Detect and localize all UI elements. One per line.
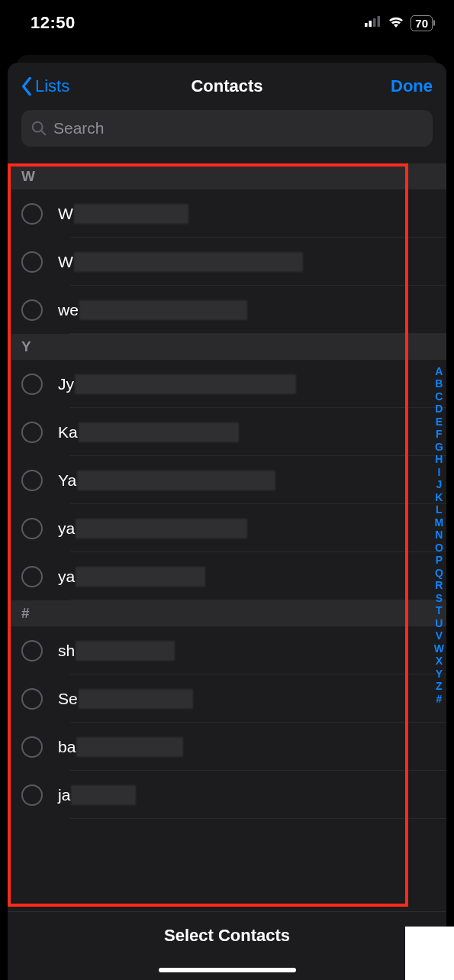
selection-radio[interactable] xyxy=(21,688,43,710)
svg-rect-0 xyxy=(365,23,368,27)
selection-radio[interactable] xyxy=(21,566,43,587)
alpha-index-letter[interactable]: P xyxy=(436,555,443,565)
redacted-text xyxy=(76,641,175,661)
alpha-index-letter[interactable]: U xyxy=(435,618,443,629)
contact-row[interactable]: Ya xyxy=(8,456,446,504)
redacted-text xyxy=(76,519,247,539)
alpha-index[interactable]: ABCDEFGHIJKLMNOPQRSTUVWXYZ# xyxy=(434,366,444,704)
selection-radio[interactable] xyxy=(21,422,43,443)
alpha-index-letter[interactable]: H xyxy=(435,454,443,464)
alpha-index-letter[interactable]: A xyxy=(435,366,443,377)
alpha-index-letter[interactable]: F xyxy=(436,429,443,439)
section-header: W xyxy=(8,163,446,189)
svg-rect-2 xyxy=(373,18,376,27)
chevron-left-icon xyxy=(21,77,32,95)
selection-radio[interactable] xyxy=(21,374,43,395)
redacted-text xyxy=(74,252,303,272)
svg-line-5 xyxy=(41,131,45,134)
alpha-index-letter[interactable]: W xyxy=(434,643,444,654)
contact-row[interactable]: ba xyxy=(8,723,446,771)
page-title: Contacts xyxy=(191,76,262,96)
svg-rect-3 xyxy=(378,16,381,27)
status-indicators: 70 xyxy=(365,15,433,31)
selection-radio[interactable] xyxy=(21,299,43,321)
contact-row[interactable]: sh xyxy=(8,626,446,674)
battery-indicator: 70 xyxy=(411,15,433,31)
alpha-index-letter[interactable]: T xyxy=(436,605,443,616)
alpha-index-letter[interactable]: Z xyxy=(436,681,443,691)
alpha-index-letter[interactable]: E xyxy=(436,416,443,427)
alpha-index-letter[interactable]: B xyxy=(435,378,443,389)
contact-row[interactable]: Jy xyxy=(8,360,446,408)
contact-name: we xyxy=(58,300,247,320)
contact-name: Ya xyxy=(58,471,275,490)
contact-row[interactable]: we xyxy=(8,286,446,334)
alpha-index-letter[interactable]: M xyxy=(435,517,444,528)
home-indicator[interactable] xyxy=(159,968,296,972)
contact-row[interactable]: W xyxy=(8,189,446,238)
contact-name: Jy xyxy=(58,374,296,394)
selection-radio[interactable] xyxy=(21,640,43,661)
contact-row[interactable]: Ka xyxy=(8,408,446,456)
redacted-text xyxy=(77,471,275,490)
contact-name: Ka xyxy=(58,422,239,442)
back-label: Lists xyxy=(35,76,69,96)
selection-radio[interactable] xyxy=(21,203,43,225)
search-icon xyxy=(31,120,47,137)
back-button[interactable]: Lists xyxy=(21,76,69,96)
contact-name: W xyxy=(58,252,303,272)
footer-bar: Select Contacts xyxy=(8,911,446,980)
contact-name: ba xyxy=(58,737,183,757)
search-container: Search xyxy=(8,110,446,154)
alpha-index-letter[interactable]: O xyxy=(435,542,443,553)
redacted-text xyxy=(79,689,193,709)
nav-bar: Lists Contacts Done xyxy=(8,63,446,110)
cellular-icon xyxy=(365,16,382,30)
wifi-icon xyxy=(388,15,404,31)
contact-name: Se xyxy=(58,689,193,709)
alpha-index-letter[interactable]: J xyxy=(436,479,442,490)
alpha-index-letter[interactable]: R xyxy=(435,580,443,590)
alpha-index-letter[interactable]: # xyxy=(436,694,442,704)
contact-name: W xyxy=(58,204,188,224)
contact-row[interactable]: ya xyxy=(8,504,446,552)
contacts-modal: Lists Contacts Done Search WWWweYJyKaYay… xyxy=(8,63,446,980)
contacts-list[interactable]: WWWweYJyKaYayaya#shSebaja xyxy=(8,163,446,911)
contact-row[interactable]: Se xyxy=(8,674,446,723)
redacted-text xyxy=(75,374,296,394)
contact-name: ya xyxy=(58,567,205,587)
alpha-index-letter[interactable]: L xyxy=(436,504,443,515)
done-button[interactable]: Done xyxy=(391,76,433,96)
status-time: 12:50 xyxy=(31,13,76,33)
search-input[interactable]: Search xyxy=(21,110,433,147)
contact-row[interactable]: W xyxy=(8,238,446,286)
search-placeholder: Search xyxy=(53,119,105,137)
redacted-text xyxy=(74,204,188,224)
contact-row[interactable]: ja xyxy=(8,771,446,819)
redacted-text xyxy=(79,300,247,320)
redacted-text xyxy=(76,567,205,587)
selection-radio[interactable] xyxy=(21,784,43,806)
selection-radio[interactable] xyxy=(21,251,43,273)
select-contacts-button[interactable]: Select Contacts xyxy=(164,926,290,946)
alpha-index-letter[interactable]: K xyxy=(435,492,443,503)
alpha-index-letter[interactable]: G xyxy=(435,441,443,452)
alpha-index-letter[interactable]: S xyxy=(436,593,443,603)
redacted-text xyxy=(76,737,183,757)
contact-name: ja xyxy=(58,785,136,805)
alpha-index-letter[interactable]: X xyxy=(436,655,443,666)
alpha-index-letter[interactable]: D xyxy=(435,403,443,414)
alpha-index-letter[interactable]: I xyxy=(437,467,440,477)
alpha-index-letter[interactable]: N xyxy=(435,529,443,540)
selection-radio[interactable] xyxy=(21,518,43,539)
alpha-index-letter[interactable]: V xyxy=(436,630,443,641)
selection-radio[interactable] xyxy=(21,470,43,491)
alpha-index-letter[interactable]: Y xyxy=(436,668,443,679)
alpha-index-letter[interactable]: C xyxy=(435,391,443,402)
contact-row[interactable]: ya xyxy=(8,552,446,600)
svg-rect-1 xyxy=(369,21,372,27)
redacted-text xyxy=(71,785,136,805)
alpha-index-letter[interactable]: Q xyxy=(435,568,443,578)
contact-name: ya xyxy=(58,519,247,539)
selection-radio[interactable] xyxy=(21,736,43,758)
